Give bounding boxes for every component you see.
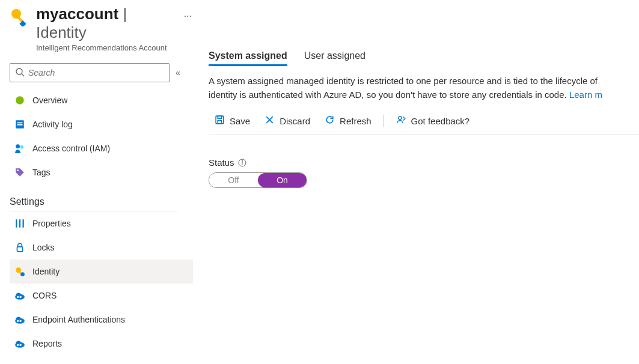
sidebar-item-properties[interactable]: Properties — [10, 211, 193, 235]
cloud-icon — [14, 314, 25, 325]
sidebar-item-endpoint-auth[interactable]: Endpoint Authentications — [10, 308, 193, 332]
separator — [384, 115, 384, 127]
command-bar: Save Discard Refresh Got feedback? — [209, 111, 639, 135]
svg-point-10 — [20, 145, 24, 149]
svg-point-3 — [16, 68, 22, 74]
learn-more-link[interactable]: Learn m — [569, 89, 602, 100]
sidebar-item-cors[interactable]: CORS — [10, 284, 193, 308]
feedback-button[interactable]: Got feedback? — [390, 112, 476, 129]
page-title: myaccount | Identity — [36, 5, 170, 42]
sidebar-settings-nav: Properties Locks Identity CORS Endpoint … — [10, 211, 195, 356]
tab-system-assigned[interactable]: System assigned — [209, 50, 287, 66]
page-subtitle: Intelligent Recommendations Account — [36, 43, 170, 52]
sidebar-item-label: Properties — [32, 219, 71, 228]
svg-point-16 — [16, 268, 21, 273]
sidebar-item-label: Tags — [32, 168, 50, 177]
search-input[interactable] — [28, 68, 164, 77]
svg-point-29 — [17, 344, 19, 346]
sidebar-item-label: Endpoint Authentications — [32, 315, 125, 324]
svg-point-39 — [242, 160, 242, 161]
svg-rect-7 — [17, 123, 23, 124]
svg-rect-15 — [17, 247, 23, 252]
svg-point-9 — [16, 145, 20, 149]
close-icon — [264, 115, 275, 127]
save-icon — [215, 115, 225, 127]
sidebar-section-settings: Settings — [10, 187, 179, 211]
sidebar-item-access-control[interactable]: Access control (IAM) — [10, 136, 193, 160]
sidebar-item-label: Identity — [32, 267, 60, 276]
status-label: Status — [209, 157, 234, 168]
sidebar-item-tags[interactable]: Tags — [10, 160, 193, 184]
sidebar-item-label: Access control (IAM) — [32, 144, 110, 153]
sidebar-item-label: Reports — [32, 339, 62, 348]
status-toggle[interactable]: Off On — [209, 172, 307, 188]
svg-line-4 — [22, 74, 24, 76]
sidebar-item-label: Activity log — [32, 120, 73, 129]
sidebar-item-label: Overview — [32, 96, 67, 105]
svg-point-18 — [20, 273, 25, 277]
svg-point-36 — [398, 117, 401, 120]
properties-icon — [14, 218, 25, 229]
refresh-icon — [325, 115, 335, 127]
toggle-off[interactable]: Off — [209, 173, 258, 187]
svg-point-11 — [17, 170, 19, 172]
svg-rect-31 — [216, 116, 224, 124]
refresh-button[interactable]: Refresh — [319, 112, 378, 129]
sidebar-item-label: CORS — [32, 291, 57, 300]
description-text: A system assigned managed identity is re… — [209, 74, 639, 102]
svg-point-21 — [17, 296, 19, 298]
svg-rect-33 — [218, 121, 221, 124]
info-icon[interactable] — [238, 159, 246, 167]
sidebar-item-activity-log[interactable]: Activity log — [10, 112, 193, 136]
svg-rect-32 — [218, 116, 221, 118]
cloud-icon — [14, 290, 25, 301]
feedback-icon — [396, 115, 406, 127]
log-icon — [14, 119, 25, 130]
sidebar-item-overview[interactable]: Overview — [10, 88, 193, 112]
save-button[interactable]: Save — [209, 112, 256, 129]
sidebar-item-label: Locks — [32, 243, 55, 252]
svg-rect-8 — [17, 124, 23, 126]
svg-point-5 — [16, 97, 24, 105]
tab-user-assigned[interactable]: User assigned — [304, 50, 365, 66]
globe-icon — [14, 95, 25, 106]
sidebar-top-nav: Overview Activity log Access control (IA… — [10, 88, 195, 184]
sidebar-section-components: Components — [10, 358, 179, 364]
svg-point-30 — [19, 344, 21, 346]
toggle-on[interactable]: On — [258, 173, 307, 187]
discard-button[interactable]: Discard — [258, 112, 316, 129]
identity-tabs: System assigned User assigned — [209, 50, 639, 66]
sidebar-item-locks[interactable]: Locks — [10, 235, 193, 259]
cloud-icon — [14, 338, 25, 349]
svg-point-25 — [17, 320, 19, 322]
tag-icon — [14, 167, 25, 178]
iam-icon — [14, 143, 25, 154]
key-icon — [14, 266, 25, 277]
sidebar-item-reports[interactable]: Reports — [10, 332, 193, 356]
svg-point-26 — [19, 320, 21, 322]
svg-point-22 — [19, 296, 21, 298]
collapse-sidebar-button[interactable]: « — [176, 68, 180, 77]
search-icon — [15, 67, 25, 79]
sidebar-item-identity[interactable]: Identity — [10, 259, 193, 284]
lock-icon — [14, 242, 25, 253]
more-actions-button[interactable]: ··· — [180, 7, 195, 25]
key-icon — [10, 7, 29, 26]
search-input-container[interactable] — [10, 63, 170, 82]
